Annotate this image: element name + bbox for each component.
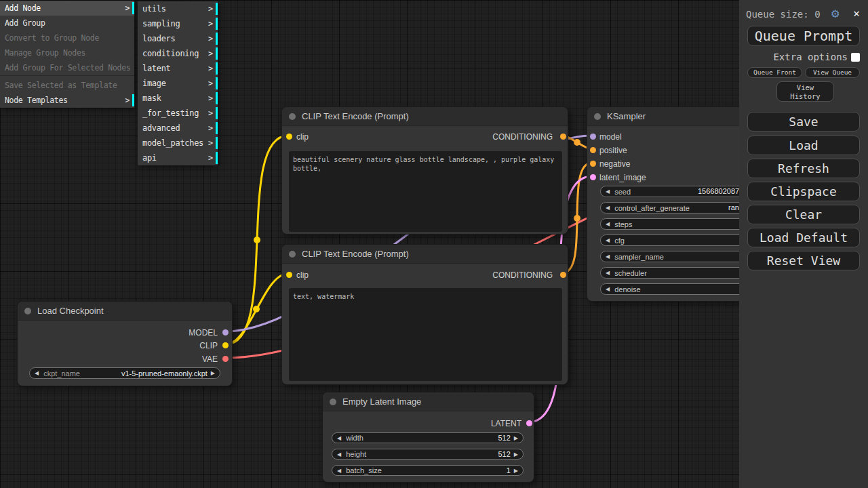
submenu-item-advanced[interactable]: advanced >	[138, 121, 218, 136]
submenu-item-conditioning[interactable]: conditioning >	[138, 46, 218, 61]
decrement-arrow-icon[interactable]: ◀	[35, 367, 39, 379]
decrement-arrow-icon[interactable]: ◀	[337, 465, 341, 476]
input-slot-latent-image[interactable]	[590, 174, 596, 180]
menu-item-label: Node Templates	[5, 96, 68, 105]
submenu-item-model-patches[interactable]: model_patches >	[138, 136, 218, 150]
link-midpoint-dot[interactable]	[574, 215, 580, 222]
load-default-button[interactable]: Load Default	[747, 228, 860, 247]
submenu-item-loaders[interactable]: loaders >	[138, 31, 218, 46]
load-button[interactable]: Load	[747, 136, 860, 155]
view-history-line1: View	[777, 83, 833, 92]
collapse-dot-icon[interactable]	[330, 399, 336, 405]
collapse-dot-icon[interactable]	[24, 308, 31, 314]
submenu-item-for-testing[interactable]: _for_testing >	[138, 106, 218, 121]
node-title-bar[interactable]: CLIP Text Encode (Prompt)	[282, 245, 568, 264]
link-midpoint-dot[interactable]	[253, 306, 260, 312]
widget-height[interactable]: ◀ height 512 ▶	[332, 449, 524, 460]
input-label: latent_image	[599, 173, 646, 182]
menu-item-label: Save Selected as Template	[5, 81, 117, 90]
menu-item-label: image	[142, 79, 166, 88]
collapse-dot-icon[interactable]	[289, 251, 296, 258]
menu-item-node-templates[interactable]: Node Templates >	[0, 93, 134, 108]
add-node-submenu: utils > sampling > loaders > conditionin…	[138, 1, 218, 165]
close-icon[interactable]: ✕	[853, 7, 860, 20]
save-button[interactable]: Save	[747, 112, 860, 131]
node-title: CLIP Text Encode (Prompt)	[302, 245, 409, 264]
submenu-item-sampling[interactable]: sampling >	[138, 16, 218, 31]
output-slot-vae[interactable]	[222, 356, 229, 362]
submenu-arrow-icon: >	[208, 91, 213, 106]
widget-value: 512	[498, 450, 513, 458]
output-slot-model[interactable]	[222, 329, 229, 336]
menu-item-add-node[interactable]: Add Node >	[0, 1, 134, 16]
node-title-bar[interactable]: Empty Latent Image	[323, 392, 534, 411]
output-label: CLIP	[199, 341, 218, 350]
input-slot-clip[interactable]	[286, 272, 292, 278]
menu-item-manage-group-nodes: Manage Group Nodes	[0, 45, 134, 60]
widget-width[interactable]: ◀ width 512 ▶	[332, 432, 524, 443]
menu-item-label: Add Group For Selected Nodes	[5, 63, 130, 73]
output-slot-latent[interactable]	[526, 420, 532, 426]
decrement-arrow-icon[interactable]: ◀	[606, 202, 610, 214]
input-label: negative	[599, 159, 630, 169]
input-slot-positive[interactable]	[590, 147, 596, 153]
menu-item-label: advanced	[142, 123, 180, 133]
queue-prompt-button[interactable]: Queue Prompt	[747, 26, 860, 46]
clipspace-button[interactable]: Clipspace	[747, 182, 860, 201]
node-clip-text-encode-negative[interactable]: CLIP Text Encode (Prompt) clip CONDITION…	[281, 244, 568, 385]
submenu-item-api[interactable]: api >	[138, 150, 218, 165]
collapse-dot-icon[interactable]	[289, 113, 296, 120]
menu-item-label: Add Node	[5, 3, 41, 13]
decrement-arrow-icon[interactable]: ◀	[337, 432, 341, 444]
decrement-arrow-icon[interactable]: ◀	[606, 267, 610, 279]
widget-batch-size[interactable]: ◀ batch_size 1 ▶	[332, 465, 524, 476]
refresh-button[interactable]: Refresh	[747, 159, 860, 178]
extra-options-checkbox[interactable]	[851, 53, 860, 62]
node-clip-text-encode-positive[interactable]: CLIP Text Encode (Prompt) clip CONDITION…	[281, 106, 568, 235]
increment-arrow-icon[interactable]: ▶	[514, 465, 518, 476]
input-slot-model[interactable]	[590, 134, 596, 140]
collapse-dot-icon[interactable]	[594, 113, 601, 120]
submenu-item-latent[interactable]: latent >	[138, 61, 218, 76]
increment-arrow-icon[interactable]: ▶	[514, 449, 518, 460]
submenu-arrow-icon: >	[208, 1, 213, 16]
link-midpoint-dot[interactable]	[254, 237, 260, 243]
widget-ckpt-name[interactable]: ◀ ckpt_name v1-5-pruned-emaonly.ckpt ▶	[29, 367, 220, 379]
menu-item-add-group[interactable]: Add Group	[0, 16, 134, 30]
input-slot-negative[interactable]	[590, 161, 596, 167]
input-slot-clip[interactable]	[286, 134, 292, 140]
decrement-arrow-icon[interactable]: ◀	[606, 218, 610, 230]
widget-label: height	[346, 450, 366, 458]
view-queue-button[interactable]: View Queue	[805, 67, 860, 78]
view-history-button[interactable]: View History	[776, 81, 834, 102]
reset-view-button[interactable]: Reset View	[747, 251, 860, 270]
queue-size-label: Queue size: 0	[746, 9, 821, 20]
output-slot-clip[interactable]	[222, 342, 229, 348]
decrement-arrow-icon[interactable]: ◀	[606, 283, 610, 295]
prompt-textarea[interactable]: beautiful scenery nature glass bottle la…	[289, 151, 562, 232]
increment-arrow-icon[interactable]: ▶	[514, 432, 518, 444]
queue-front-button[interactable]: Queue Front	[747, 67, 802, 78]
clear-button[interactable]: Clear	[747, 205, 860, 224]
submenu-item-mask[interactable]: mask >	[138, 91, 218, 106]
submenu-item-utils[interactable]: utils >	[138, 1, 218, 16]
decrement-arrow-icon[interactable]: ◀	[606, 251, 610, 262]
widget-label: width	[346, 434, 363, 442]
increment-arrow-icon[interactable]: ▶	[211, 367, 215, 379]
decrement-arrow-icon[interactable]: ◀	[606, 186, 610, 197]
node-title-bar[interactable]: Load Checkpoint	[18, 302, 232, 321]
extra-options-row: Extra options	[739, 52, 860, 62]
node-title: Load Checkpoint	[37, 302, 104, 321]
submenu-item-image[interactable]: image >	[138, 76, 218, 91]
node-title-bar[interactable]: CLIP Text Encode (Prompt)	[282, 107, 568, 126]
submenu-arrow-icon: >	[208, 76, 213, 91]
node-load-checkpoint[interactable]: Load Checkpoint MODEL CLIP VAE ◀ ckpt_na…	[17, 301, 233, 386]
output-slot-conditioning[interactable]	[560, 272, 566, 278]
settings-gear-icon[interactable]: ⚙	[831, 5, 839, 20]
link-midpoint-dot[interactable]	[574, 139, 580, 146]
node-empty-latent-image[interactable]: Empty Latent Image LATENT ◀ width 512 ▶ …	[322, 392, 534, 483]
output-slot-conditioning[interactable]	[560, 134, 566, 140]
decrement-arrow-icon[interactable]: ◀	[606, 235, 610, 246]
decrement-arrow-icon[interactable]: ◀	[337, 449, 341, 460]
prompt-textarea[interactable]: text, watermark	[289, 288, 562, 381]
